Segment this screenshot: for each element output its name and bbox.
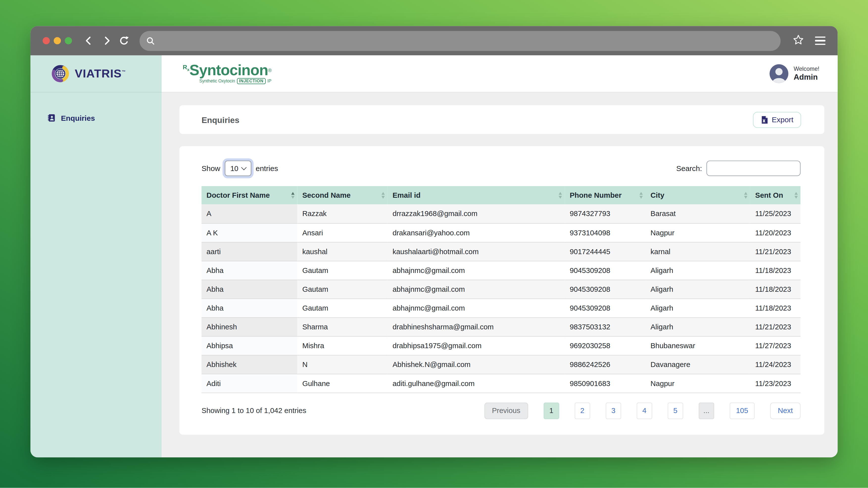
- cell-city: Bhubaneswar: [646, 336, 750, 355]
- back-button[interactable]: [82, 34, 95, 48]
- cell-phone: 9045309208: [565, 280, 646, 299]
- search-label: Search:: [676, 164, 702, 173]
- column-header-phone-number[interactable]: Phone Number: [565, 186, 646, 205]
- export-button-label: Export: [772, 116, 793, 124]
- export-button[interactable]: Export: [753, 112, 801, 128]
- menu-button[interactable]: [815, 37, 826, 45]
- enquiries-table: Doctor First Name Second Name Email id P…: [202, 186, 801, 393]
- star-icon: [793, 34, 804, 45]
- cell-phone: 9373104098: [565, 223, 646, 242]
- cell-sent-on: 11/24/2023: [750, 355, 801, 374]
- search-input[interactable]: [706, 161, 801, 176]
- sidebar-item-enquiries[interactable]: Enquiries: [30, 114, 162, 122]
- address-bar[interactable]: [140, 31, 781, 51]
- table-footer: Showing 1 to 10 of 1,042 entries Previou…: [202, 402, 801, 419]
- cell-sent-on: 11/18/2023: [750, 299, 801, 317]
- cell-phone: 9017244445: [565, 242, 646, 261]
- cell-second-name: Gulhane: [298, 374, 388, 393]
- reload-icon: [119, 35, 130, 46]
- cell-city: karnal: [646, 242, 750, 261]
- sort-icon: [559, 192, 562, 199]
- page-button[interactable]: 4: [637, 402, 652, 419]
- sort-icon: [795, 192, 798, 199]
- chevron-left-icon: [83, 35, 94, 46]
- window-minimize-button[interactable]: [54, 37, 61, 44]
- window-close-button[interactable]: [42, 37, 50, 44]
- table-row: Abhishek N Abhishek.N@gmail.com 98862425…: [202, 355, 801, 374]
- cell-sent-on: 11/21/2023: [750, 242, 801, 261]
- table-row: aarti kaushal kaushalaarti@hotmail.com 9…: [202, 242, 801, 261]
- next-button[interactable]: Next: [770, 402, 801, 419]
- cell-email: abhajnmc@gmail.com: [388, 280, 565, 299]
- user-name: Admin: [794, 72, 819, 82]
- cell-second-name: Mishra: [298, 336, 388, 355]
- cell-sent-on: 11/18/2023: [750, 261, 801, 280]
- forward-button[interactable]: [100, 34, 113, 48]
- page-button[interactable]: 105: [730, 402, 755, 419]
- cell-second-name: Razzak: [298, 205, 388, 223]
- cell-email: abhajnmc@gmail.com: [388, 299, 565, 317]
- cell-doctor-first-name: Abha: [202, 280, 297, 299]
- welcome-text: Welcome!: [794, 65, 819, 72]
- column-header-doctor-first-name[interactable]: Doctor First Name: [202, 186, 297, 205]
- user-menu[interactable]: Welcome! Admin: [769, 64, 819, 83]
- syntocinon-subtitle: Synthetic Oxytocin INJECTION IP: [189, 78, 272, 84]
- table-row: Abhipsa Mishra drabhipsa1975@gmail.com 9…: [202, 336, 801, 355]
- cell-phone: 9850901683: [565, 374, 646, 393]
- cell-city: Nagpur: [646, 374, 750, 393]
- page-size-select[interactable]: 10: [225, 161, 251, 176]
- entries-summary: Showing 1 to 10 of 1,042 entries: [202, 406, 306, 415]
- page-button[interactable]: 3: [606, 402, 621, 419]
- browser-chrome-bar: [30, 26, 838, 55]
- sort-icon: [291, 192, 294, 199]
- column-header-city[interactable]: City: [646, 186, 750, 205]
- cell-city: Davanagere: [646, 355, 750, 374]
- window-zoom-button[interactable]: [65, 37, 72, 44]
- app-root: VIATRIS™ Enquiries: [30, 55, 838, 457]
- page-size-control: Show 10 entries: [202, 161, 278, 176]
- chrome-actions: [793, 34, 826, 48]
- bookmark-button[interactable]: [793, 34, 804, 48]
- registered-symbol: ®: [268, 67, 272, 73]
- sort-icon: [639, 192, 643, 199]
- search-control: Search:: [676, 161, 801, 176]
- search-icon: [146, 36, 155, 45]
- page-button[interactable]: 5: [668, 402, 683, 419]
- cell-email: drabhineshsharma@gmail.com: [388, 317, 565, 336]
- cell-city: Aligarh: [646, 261, 750, 280]
- reload-button[interactable]: [117, 34, 131, 48]
- pagination-ellipsis[interactable]: ...: [699, 402, 714, 419]
- cell-email: kaushalaarti@hotmail.com: [388, 242, 565, 261]
- table-header-row: Doctor First Name Second Name Email id P…: [202, 186, 801, 205]
- browser-window: VIATRIS™ Enquiries: [30, 26, 838, 457]
- cell-city: Aligarh: [646, 280, 750, 299]
- cell-second-name: N: [298, 355, 388, 374]
- cell-doctor-first-name: Abhipsa: [202, 336, 297, 355]
- table-row: A K Ansari drakansari@yahoo.com 93731040…: [202, 223, 801, 242]
- cell-email: abhajnmc@gmail.com: [388, 261, 565, 280]
- page-button[interactable]: 2: [575, 402, 590, 419]
- column-header-sent-on[interactable]: Sent On: [750, 186, 801, 205]
- avatar: [769, 64, 788, 83]
- cell-sent-on: 11/21/2023: [750, 317, 801, 336]
- cell-doctor-first-name: A K: [202, 223, 297, 242]
- cell-sent-on: 11/20/2023: [750, 223, 801, 242]
- excel-file-icon: [761, 116, 768, 124]
- cell-email: drakansari@yahoo.com: [388, 223, 565, 242]
- viatris-brand-name: VIATRIS™: [75, 67, 126, 81]
- cell-second-name: Gautam: [298, 261, 388, 280]
- cell-phone: 9045309208: [565, 299, 646, 317]
- cell-sent-on: 11/23/2023: [750, 374, 801, 393]
- column-header-second-name[interactable]: Second Name: [298, 186, 388, 205]
- cell-email: drrazzak1968@gmail.com: [388, 205, 565, 223]
- previous-button[interactable]: Previous: [484, 402, 528, 419]
- syntocinon-logo: Rx Syntocinon® Synthetic Oxytocin INJECT…: [183, 63, 272, 84]
- column-header-email-id[interactable]: Email id: [388, 186, 565, 205]
- page-title: Enquiries: [202, 115, 239, 124]
- table-card: Show 10 entries Search:: [179, 146, 825, 434]
- page-button[interactable]: 1: [544, 402, 559, 419]
- cell-sent-on: 11/18/2023: [750, 280, 801, 299]
- sidebar-item-label: Enquiries: [61, 114, 95, 122]
- cell-doctor-first-name: Aditi: [202, 374, 297, 393]
- cell-phone: 9837503132: [565, 317, 646, 336]
